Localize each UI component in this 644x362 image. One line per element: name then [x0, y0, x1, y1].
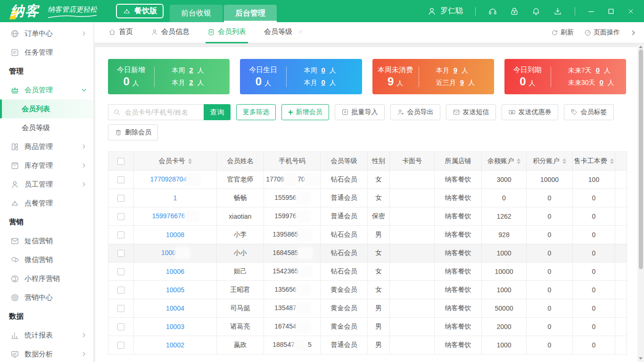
cell-card-number: 159976676 — [134, 207, 217, 226]
sidebar-item-inventory-management[interactable]: 库存管理 — [0, 156, 93, 175]
sidebar-item-goods-management[interactable]: 商品管理 — [0, 137, 93, 156]
sidebar-item-member-management[interactable]: 会员管理 — [0, 81, 93, 99]
card-number-link[interactable]: 1000 — [161, 249, 176, 256]
scrollbar-thumb[interactable] — [639, 49, 643, 269]
chevron-right-icon[interactable] — [630, 30, 636, 36]
sort-icon[interactable] — [610, 158, 614, 164]
scroll-down-arrow[interactable] — [639, 357, 643, 360]
member-tag-button[interactable]: 会员标签 — [564, 104, 614, 120]
query-button[interactable]: 查询 — [204, 104, 231, 120]
maximize-button[interactable] — [607, 8, 615, 15]
sidebar-item-label: 会员管理 — [25, 86, 53, 95]
card-number-link[interactable]: 10003 — [166, 323, 184, 330]
sidebar-item-marketing-center[interactable]: 营销中心 — [0, 288, 93, 307]
minimize-button[interactable] — [587, 8, 595, 15]
row-checkbox[interactable] — [117, 305, 124, 312]
separator — [475, 7, 476, 16]
sidebar-item-member-level[interactable]: 会员等级 — [0, 118, 93, 137]
row-checkbox[interactable] — [117, 287, 124, 294]
card-stat: 本月0人 — [304, 78, 362, 87]
cell-balance-text: 1262 — [496, 213, 511, 220]
card-number-link[interactable]: 1770928704 — [150, 175, 187, 183]
stat-value-link[interactable]: 2 — [189, 66, 193, 74]
cell-card-number: 1000 — [134, 244, 217, 263]
column-header-0[interactable]: 会员卡号 — [134, 152, 217, 171]
stat-value-link[interactable]: 0 — [321, 66, 325, 74]
delete-member-button[interactable]: 删除会员 — [108, 124, 158, 140]
support-headset-icon[interactable] — [488, 7, 497, 16]
close-window-button[interactable] — [627, 8, 635, 15]
tab-member-level[interactable]: 会员等级 — [262, 22, 305, 43]
content-scrollbar[interactable] — [637, 43, 644, 362]
stat-unit: 人 — [468, 79, 475, 87]
tab-member-list[interactable]: 会员列表 — [206, 22, 248, 43]
topbar-right: 罗仁聪 — [427, 6, 635, 16]
close-icon[interactable] — [297, 29, 304, 35]
batch-import-button[interactable]: 批量导入 — [335, 104, 385, 120]
sort-icon[interactable] — [517, 158, 520, 164]
mode-tab-backend-management[interactable]: 后台管理 — [224, 5, 277, 22]
column-header-6: 所属店铺 — [435, 152, 482, 171]
stat-value-link[interactable]: 2 — [189, 78, 193, 86]
card-number-link[interactable]: 1 — [173, 194, 177, 202]
sort-icon[interactable] — [562, 158, 566, 164]
card-number-link[interactable]: 10008 — [166, 231, 184, 239]
row-checkbox[interactable] — [117, 250, 124, 257]
sidebar-item-member-list[interactable]: 会员列表 — [0, 99, 93, 118]
download-icon[interactable] — [553, 7, 562, 16]
stat-value-link[interactable]: 0 — [596, 66, 600, 74]
tab-member-info[interactable]: 会员信息 — [149, 22, 191, 43]
sidebar-item-staff-management[interactable]: 员工管理 — [0, 175, 93, 194]
column-header-8[interactable]: 积分账户 — [527, 152, 573, 171]
search-input[interactable] — [124, 105, 198, 120]
column-header-9[interactable]: 售卡工本费 — [573, 152, 615, 171]
row-checkbox[interactable] — [117, 342, 124, 349]
row-checkbox[interactable] — [117, 195, 124, 202]
select-all-checkbox[interactable] — [117, 158, 124, 165]
add-member-button[interactable]: + 新增会员 — [281, 104, 329, 120]
stat-value-link[interactable]: 9 — [454, 66, 457, 74]
row-checkbox[interactable] — [117, 231, 124, 239]
user-menu[interactable]: 罗仁聪 — [427, 6, 463, 16]
send-coupon-button[interactable]: 发送优惠券 — [502, 104, 558, 120]
sidebar-item-wechat-marketing[interactable]: 微信营销 — [0, 250, 93, 269]
column-label: 售卡工本费 — [574, 157, 607, 165]
column-header-7[interactable]: 余额账户 — [482, 152, 527, 171]
cell-card-face — [390, 299, 435, 318]
tab-label: 会员信息 — [161, 27, 190, 36]
notifications-bell-icon[interactable] — [531, 7, 541, 16]
row-checkbox[interactable] — [117, 213, 124, 220]
card-number-link[interactable]: 10006 — [166, 268, 184, 275]
sidebar-item-data-analysis[interactable]: 数据分析 — [0, 345, 93, 362]
sidebar-item-order-center[interactable]: 订单中心 — [0, 24, 93, 43]
cell-card-face — [390, 189, 435, 207]
page-operations-button[interactable]: 页面操作 — [584, 28, 620, 37]
card-number-link[interactable]: 10004 — [166, 304, 184, 312]
sidebar-item-label: 任务管理 — [25, 48, 53, 57]
scroll-up-arrow[interactable] — [639, 46, 643, 48]
sidebar-item-sms-marketing[interactable]: 短信营销 — [0, 231, 93, 250]
cell-card-fee-text: 0 — [592, 304, 596, 312]
card-number-link[interactable]: 10005 — [166, 286, 184, 294]
sidebar-item-ordering-management[interactable]: 点餐管理 — [0, 194, 93, 213]
cell-points-text: 0 — [548, 194, 552, 202]
member-export-button[interactable]: 会员导出 — [390, 104, 440, 120]
lock-screen-icon[interactable] — [510, 7, 519, 16]
row-checkbox[interactable] — [117, 268, 124, 275]
mode-tab-front-cashier[interactable]: 前台收银 — [170, 5, 223, 22]
stat-value-link[interactable]: 0 — [321, 78, 325, 86]
sidebar-item-task-management[interactable]: 任务管理 — [0, 43, 93, 62]
stat-value-link[interactable]: 0 — [599, 78, 603, 86]
sidebar-item-statistics-report[interactable]: 统计报表 — [0, 326, 93, 345]
sidebar-item-miniprogram-marketing[interactable]: 小程序营销 — [0, 269, 93, 288]
card-number-link[interactable]: 10002 — [166, 341, 184, 349]
row-checkbox[interactable] — [117, 323, 124, 330]
sort-icon[interactable] — [188, 158, 192, 164]
stat-value-link[interactable]: 9 — [460, 78, 464, 86]
refresh-button[interactable]: 刷新 — [551, 28, 574, 37]
row-checkbox[interactable] — [117, 176, 124, 183]
more-filters-button[interactable]: 更多筛选 — [236, 104, 276, 120]
send-sms-button[interactable]: 发送短信 — [446, 104, 496, 120]
card-number-link[interactable]: 159976676 — [152, 212, 185, 220]
tab-home[interactable]: 首页 — [107, 22, 135, 43]
